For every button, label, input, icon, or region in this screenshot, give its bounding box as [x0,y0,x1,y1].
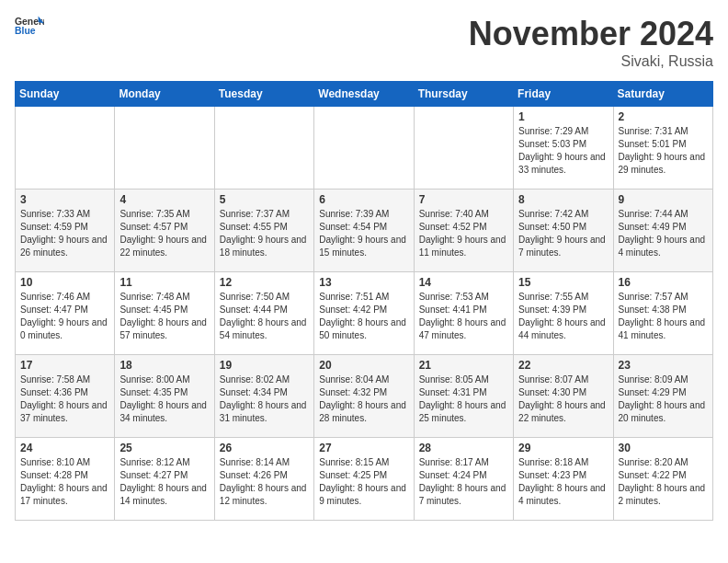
calendar-cell: 9Sunrise: 7:44 AM Sunset: 4:49 PM Daylig… [613,190,712,272]
day-number: 1 [518,110,608,123]
day-number: 29 [518,442,608,454]
day-info: Sunrise: 8:15 AM Sunset: 4:25 PM Dayligh… [319,456,408,508]
day-info: Sunrise: 7:50 AM Sunset: 4:44 PM Dayligh… [220,291,309,342]
calendar-cell [16,107,115,190]
day-info: Sunrise: 7:39 AM Sunset: 4:54 PM Dayligh… [319,208,408,259]
day-info: Sunrise: 8:00 AM Sunset: 4:35 PM Dayligh… [119,373,209,425]
day-number: 24 [20,442,109,454]
calendar-cell: 19Sunrise: 8:02 AM Sunset: 4:34 PM Dayli… [214,355,313,438]
day-info: Sunrise: 7:48 AM Sunset: 4:45 PM Dayligh… [119,291,209,342]
day-info: Sunrise: 8:17 AM Sunset: 4:24 PM Dayligh… [419,456,508,508]
day-number: 14 [419,276,508,289]
day-number: 9 [619,193,708,206]
day-info: Sunrise: 7:51 AM Sunset: 4:42 PM Dayligh… [319,291,408,342]
day-number: 12 [220,276,309,289]
logo: General Blue [15,15,44,37]
day-info: Sunrise: 7:40 AM Sunset: 4:52 PM Dayligh… [419,208,508,259]
day-header-monday: Monday [115,82,214,107]
day-info: Sunrise: 8:05 AM Sunset: 4:31 PM Dayligh… [419,373,508,425]
day-info: Sunrise: 8:10 AM Sunset: 4:28 PM Dayligh… [20,456,109,508]
week-row-1: 3Sunrise: 7:33 AM Sunset: 4:59 PM Daylig… [16,190,713,272]
day-number: 28 [419,442,508,454]
day-number: 23 [619,359,708,372]
day-number: 4 [119,193,209,206]
day-info: Sunrise: 8:04 AM Sunset: 4:32 PM Dayligh… [319,373,408,425]
day-info: Sunrise: 7:57 AM Sunset: 4:38 PM Dayligh… [619,291,708,342]
calendar-cell [314,107,414,190]
calendar-cell: 14Sunrise: 7:53 AM Sunset: 4:41 PM Dayli… [414,272,513,355]
day-header-tuesday: Tuesday [214,82,313,107]
calendar-cell: 26Sunrise: 8:14 AM Sunset: 4:26 PM Dayli… [214,438,313,521]
calendar-cell: 21Sunrise: 8:05 AM Sunset: 4:31 PM Dayli… [414,355,513,438]
day-header-sunday: Sunday [16,82,115,107]
day-info: Sunrise: 7:37 AM Sunset: 4:55 PM Dayligh… [220,208,309,259]
day-info: Sunrise: 7:35 AM Sunset: 4:57 PM Dayligh… [119,208,209,259]
location: Sivaki, Russia [469,53,713,70]
day-number: 22 [518,359,608,372]
calendar-header-row: SundayMondayTuesdayWednesdayThursdayFrid… [16,82,713,107]
day-number: 30 [619,442,708,454]
day-info: Sunrise: 7:29 AM Sunset: 5:03 PM Dayligh… [518,125,608,177]
calendar-cell: 16Sunrise: 7:57 AM Sunset: 4:38 PM Dayli… [613,272,712,355]
day-number: 20 [319,359,408,372]
day-info: Sunrise: 8:12 AM Sunset: 4:27 PM Dayligh… [119,456,209,508]
calendar-cell: 13Sunrise: 7:51 AM Sunset: 4:42 PM Dayli… [314,272,414,355]
svg-text:Blue: Blue [15,26,36,36]
day-number: 2 [619,110,708,123]
week-row-3: 17Sunrise: 7:58 AM Sunset: 4:36 PM Dayli… [16,355,713,438]
calendar-cell: 22Sunrise: 8:07 AM Sunset: 4:30 PM Dayli… [514,355,613,438]
day-info: Sunrise: 7:58 AM Sunset: 4:36 PM Dayligh… [20,373,109,425]
title-block: November 2024 Sivaki, Russia [469,15,713,70]
day-number: 13 [319,276,408,289]
day-number: 25 [119,442,209,454]
day-info: Sunrise: 7:53 AM Sunset: 4:41 PM Dayligh… [419,291,508,342]
calendar-cell: 15Sunrise: 7:55 AM Sunset: 4:39 PM Dayli… [514,272,613,355]
day-info: Sunrise: 8:18 AM Sunset: 4:23 PM Dayligh… [518,456,608,508]
day-number: 16 [619,276,708,289]
calendar-cell: 20Sunrise: 8:04 AM Sunset: 4:32 PM Dayli… [314,355,414,438]
calendar-cell [115,107,214,190]
calendar-cell: 11Sunrise: 7:48 AM Sunset: 4:45 PM Dayli… [115,272,214,355]
day-number: 18 [119,359,209,372]
calendar-cell: 28Sunrise: 8:17 AM Sunset: 4:24 PM Dayli… [414,438,513,521]
day-number: 7 [419,193,508,206]
calendar-cell: 7Sunrise: 7:40 AM Sunset: 4:52 PM Daylig… [414,190,513,272]
day-info: Sunrise: 7:31 AM Sunset: 5:01 PM Dayligh… [619,125,708,177]
day-info: Sunrise: 8:20 AM Sunset: 4:22 PM Dayligh… [619,456,708,508]
calendar-cell [414,107,513,190]
page-header: General Blue November 2024 Sivaki, Russi… [15,15,713,70]
day-info: Sunrise: 7:44 AM Sunset: 4:49 PM Dayligh… [619,208,708,259]
day-number: 27 [319,442,408,454]
calendar-cell: 18Sunrise: 8:00 AM Sunset: 4:35 PM Dayli… [115,355,214,438]
day-number: 15 [518,276,608,289]
day-header-thursday: Thursday [414,82,513,107]
calendar-cell [214,107,313,190]
calendar-cell: 1Sunrise: 7:29 AM Sunset: 5:03 PM Daylig… [514,107,613,190]
day-info: Sunrise: 8:07 AM Sunset: 4:30 PM Dayligh… [518,373,608,425]
day-number: 19 [220,359,309,372]
calendar-body: 1Sunrise: 7:29 AM Sunset: 5:03 PM Daylig… [16,107,713,521]
calendar-cell: 24Sunrise: 8:10 AM Sunset: 4:28 PM Dayli… [16,438,115,521]
day-header-friday: Friday [514,82,613,107]
day-number: 26 [220,442,309,454]
day-info: Sunrise: 7:42 AM Sunset: 4:50 PM Dayligh… [518,208,608,259]
day-info: Sunrise: 8:02 AM Sunset: 4:34 PM Dayligh… [220,373,309,425]
week-row-4: 24Sunrise: 8:10 AM Sunset: 4:28 PM Dayli… [16,438,713,521]
day-header-wednesday: Wednesday [314,82,414,107]
day-info: Sunrise: 7:33 AM Sunset: 4:59 PM Dayligh… [20,208,109,259]
calendar-cell: 2Sunrise: 7:31 AM Sunset: 5:01 PM Daylig… [613,107,712,190]
day-number: 21 [419,359,508,372]
calendar-cell: 4Sunrise: 7:35 AM Sunset: 4:57 PM Daylig… [115,190,214,272]
day-number: 5 [220,193,309,206]
calendar-cell: 3Sunrise: 7:33 AM Sunset: 4:59 PM Daylig… [16,190,115,272]
calendar-cell: 17Sunrise: 7:58 AM Sunset: 4:36 PM Dayli… [16,355,115,438]
day-info: Sunrise: 7:55 AM Sunset: 4:39 PM Dayligh… [518,291,608,342]
calendar-cell: 29Sunrise: 8:18 AM Sunset: 4:23 PM Dayli… [514,438,613,521]
calendar-cell: 5Sunrise: 7:37 AM Sunset: 4:55 PM Daylig… [214,190,313,272]
day-number: 6 [319,193,408,206]
calendar-cell: 6Sunrise: 7:39 AM Sunset: 4:54 PM Daylig… [314,190,414,272]
day-number: 17 [20,359,109,372]
day-header-saturday: Saturday [613,82,712,107]
calendar-table: SundayMondayTuesdayWednesdayThursdayFrid… [15,81,713,521]
day-info: Sunrise: 8:09 AM Sunset: 4:29 PM Dayligh… [619,373,708,425]
